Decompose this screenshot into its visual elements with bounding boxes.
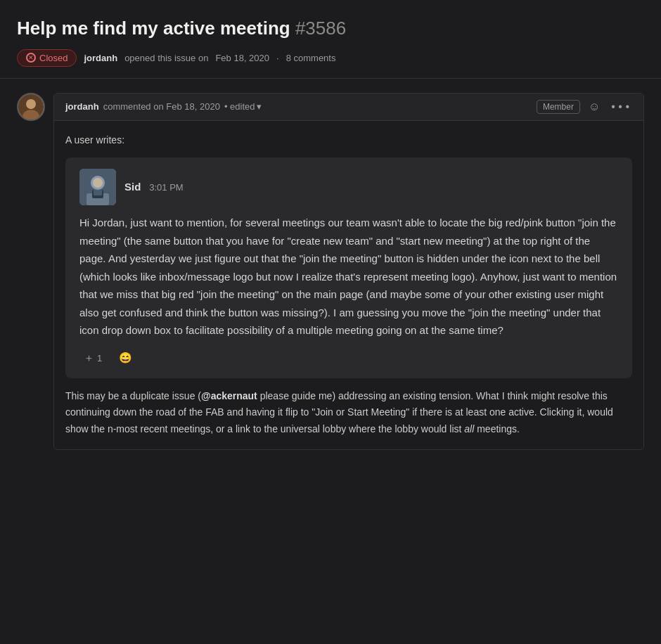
plus-icon: ＋	[84, 352, 94, 365]
comment-date: Feb 18, 2020	[166, 101, 220, 112]
chevron-down-icon: ▾	[257, 101, 262, 112]
chat-reactions: ＋ 1 😄	[79, 349, 618, 367]
meta-comments: 8 comments	[286, 53, 336, 63]
chat-header: Sid 3:01 PM	[79, 169, 618, 205]
svg-point-6	[93, 178, 103, 188]
more-options-button[interactable]: • • •	[608, 99, 632, 115]
comment-timestamp: commented on Feb 18, 2020	[103, 101, 220, 112]
status-badge: ✕ Closed	[17, 49, 77, 67]
meta-date: Feb 18, 2020	[215, 53, 269, 63]
avatar	[17, 93, 45, 121]
issue-meta: ✕ Closed jordanh opened this issue on Fe…	[17, 49, 644, 67]
svg-point-1	[26, 99, 36, 109]
meta-separator: ·	[276, 53, 279, 63]
user-writes-text: A user writes:	[65, 132, 632, 148]
comment-body: jordanh commented on Feb 18, 2020 • edit…	[53, 93, 644, 450]
closed-icon: ✕	[26, 53, 36, 63]
comment-section: jordanh commented on Feb 18, 2020 • edit…	[0, 79, 661, 464]
comment-content: A user writes:	[54, 121, 643, 449]
chat-bubble: Sid 3:01 PM Hi Jordan, just want to ment…	[65, 157, 632, 378]
issue-title: Help me find my active meeting #3586	[17, 17, 644, 41]
chat-username: Sid	[124, 181, 141, 193]
emoji-add-button[interactable]: 😄	[115, 349, 136, 366]
edited-dropdown[interactable]: • edited ▾	[224, 101, 262, 112]
svg-rect-8	[94, 190, 102, 195]
edited-label: • edited	[224, 101, 255, 112]
comment-header: jordanh commented on Feb 18, 2020 • edit…	[54, 94, 643, 121]
chat-user-info: Sid 3:01 PM	[124, 179, 184, 195]
chat-message: Hi Jordan, just want to mention, for sev…	[79, 214, 618, 340]
page-header: Help me find my active meeting #3586 ✕ C…	[0, 0, 661, 79]
chat-avatar	[79, 169, 116, 205]
more-options-icon: • • •	[611, 101, 629, 112]
comment-wrapper: jordanh commented on Feb 18, 2020 • edit…	[17, 93, 644, 450]
comment-body-text: This may be a duplicate issue (@ackernau…	[65, 388, 632, 438]
comment-author: jordanh	[65, 101, 99, 112]
plus-reaction-button[interactable]: ＋ 1	[79, 349, 106, 367]
chat-time: 3:01 PM	[149, 182, 183, 193]
comment-header-right: Member ☺ • • •	[537, 99, 632, 115]
comment-header-left: jordanh commented on Feb 18, 2020 • edit…	[65, 101, 262, 112]
status-label: Closed	[39, 53, 68, 63]
emoji-button[interactable]: ☺	[586, 99, 603, 115]
issue-number: #3586	[295, 18, 346, 39]
comment-action: commented on	[103, 101, 167, 112]
emoji-icon: ☺	[589, 101, 600, 112]
member-badge: Member	[537, 100, 580, 114]
emphasis-all: all	[464, 423, 474, 434]
meta-action: opened this issue on	[124, 53, 208, 63]
issue-title-text: Help me find my active meeting	[17, 18, 290, 39]
add-reaction-icon: 😄	[119, 352, 132, 364]
mention-ackernaut: @ackernaut	[201, 390, 257, 401]
meta-author: jordanh	[84, 53, 117, 63]
reaction-count: 1	[97, 353, 102, 363]
